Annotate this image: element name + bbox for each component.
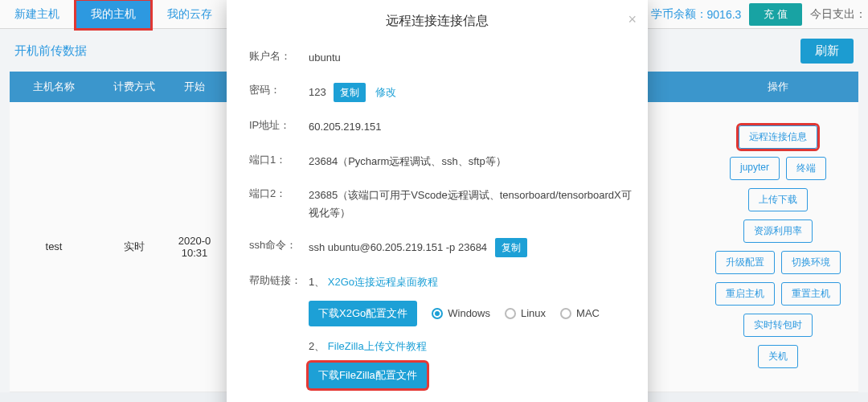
password-value: 123 (309, 86, 326, 98)
modify-password-link[interactable]: 修改 (375, 86, 396, 98)
password-label: 密码： (249, 83, 309, 97)
port1-value: 23684（Pycharm远程调试、ssh、sftp等） (309, 153, 632, 170)
os-windows-radio[interactable]: Windows (432, 305, 490, 322)
os-mac-radio[interactable]: MAC (560, 305, 600, 322)
ssh-label: ssh命令： (249, 238, 309, 252)
ssh-value: ssh ubuntu@60.205.219.151 -p 23684 (309, 241, 487, 253)
x2go-tutorial-link[interactable]: X2Go连接远程桌面教程 (328, 276, 438, 288)
ip-label: IP地址： (249, 118, 309, 133)
help1-num: 1、 (309, 276, 325, 288)
copy-ssh-button[interactable]: 复制 (495, 238, 527, 257)
help2-num: 2、 (309, 340, 325, 352)
ip-value: 60.205.219.151 (309, 118, 632, 136)
port1-label: 端口1： (249, 153, 309, 167)
modal-title: 远程连接连接信息 × (227, 0, 648, 41)
filezilla-tutorial-link[interactable]: FileZilla上传文件教程 (328, 340, 427, 352)
account-value: ubuntu (309, 49, 632, 67)
os-linux-radio[interactable]: Linux (505, 305, 546, 322)
close-icon[interactable]: × (628, 11, 637, 28)
download-filezilla-button[interactable]: 下载FileZilla配置文件 (309, 363, 427, 388)
remote-info-modal: 远程连接连接信息 × 账户名： ubuntu 密码： 123 复制 修改 IP地… (227, 0, 648, 402)
port2-label: 端口2： (249, 187, 309, 201)
help-label: 帮助链接： (249, 273, 309, 288)
copy-password-button[interactable]: 复制 (334, 83, 366, 102)
port2-value: 23685（该端口可用于VScode远程调试、tensorboard/tenso… (309, 187, 632, 222)
download-x2go-button[interactable]: 下载X2Go配置文件 (309, 301, 417, 326)
account-label: 账户名： (249, 49, 309, 64)
